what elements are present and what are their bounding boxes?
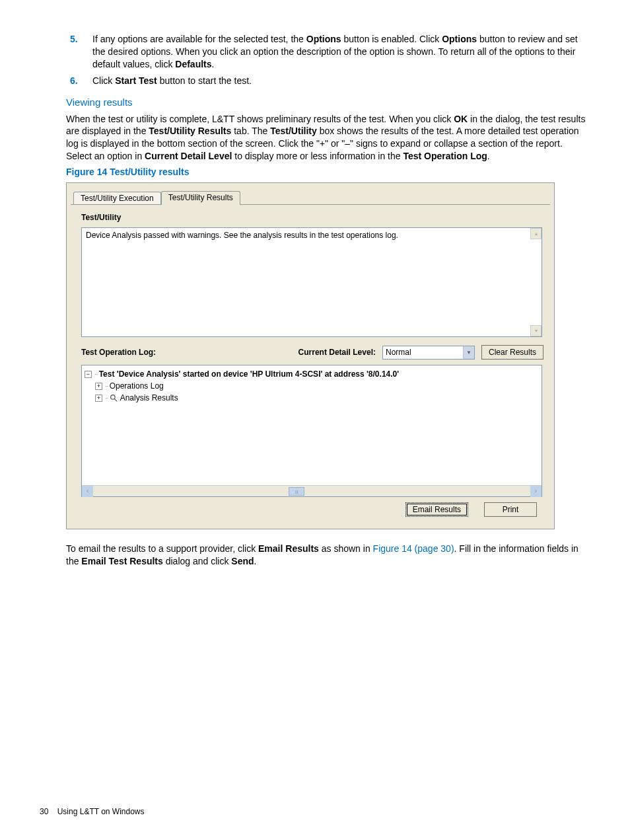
page-footer: 30 Using L&TT on Windows [40,807,145,816]
scroll-up-icon[interactable]: ▴ [530,228,542,239]
tree-root[interactable]: Test 'Device Analysis' started on device… [99,369,399,379]
expander-plus-icon[interactable]: + [95,395,102,402]
scroll-right-icon[interactable]: › [530,486,542,497]
list-item-5: If any options are available for the sel… [92,33,590,71]
page: If any options are available for the sel… [0,0,630,840]
tab-execution[interactable]: Test/Utility Execution [73,192,161,206]
results-textbox[interactable]: Device Analysis passed with warnings. Se… [81,227,542,337]
bottom-button-row: Email Results Print [80,497,543,519]
operation-log-tree[interactable]: − ·· Test 'Device Analysis' started on d… [81,365,542,497]
list-item-6: Click Start Test button to start the tes… [92,75,590,87]
detail-level-label: Current Detail Level: [298,348,376,357]
horizontal-scrollbar[interactable]: ‹ ||| › [82,485,542,496]
tab-body: Test/Utility Device Analysis passed with… [71,204,550,525]
chevron-down-icon: ▼ [463,346,474,359]
print-button[interactable]: Print [484,502,537,517]
analysis-text: Device Analysis passed with warnings. Se… [86,231,398,240]
expander-minus-icon[interactable]: − [85,371,92,378]
paragraph-email-results: To email the results to a support provid… [66,543,590,568]
tree-content: − ·· Test 'Device Analysis' started on d… [85,368,539,404]
instruction-list: If any options are available for the sel… [66,33,590,87]
mid-controls-row: Test Operation Log: Current Detail Level… [81,345,543,360]
clear-results-button[interactable]: Clear Results [481,345,543,360]
tab-results[interactable]: Test/Utility Results [161,191,240,205]
expander-plus-icon[interactable]: + [95,383,102,390]
magnifier-icon [110,394,118,402]
scroll-thumb[interactable]: ||| [289,487,304,496]
figure-14-link[interactable]: Figure 14 (page 30) [373,543,454,554]
footer-title: Using L&TT on Windows [57,807,145,816]
svg-point-0 [110,395,115,399]
figure-caption: Figure 14 Test/Utility results [66,167,590,177]
log-label: Test Operation Log: [81,348,156,357]
email-results-button[interactable]: Email Results [405,502,468,517]
svg-line-1 [114,399,117,401]
tree-analysis-results[interactable]: Analysis Results [120,393,178,402]
scroll-down-icon[interactable]: ▾ [530,325,542,336]
scroll-left-icon[interactable]: ‹ [82,486,93,497]
heading-viewing-results: Viewing results [66,96,590,108]
groupbox-label: Test/Utility [81,213,543,222]
tabs-row: Test/Utility Execution Test/Utility Resu… [71,187,550,204]
tree-ops[interactable]: Operations Log [110,381,164,391]
app-screenshot: Test/Utility Execution Test/Utility Resu… [66,182,555,529]
page-number: 30 [40,807,48,816]
dropdown-value: Normal [386,348,411,357]
detail-level-dropdown[interactable]: Normal ▼ [382,346,475,360]
paragraph-viewing-results: When the test or utility is complete, L&… [66,113,590,163]
